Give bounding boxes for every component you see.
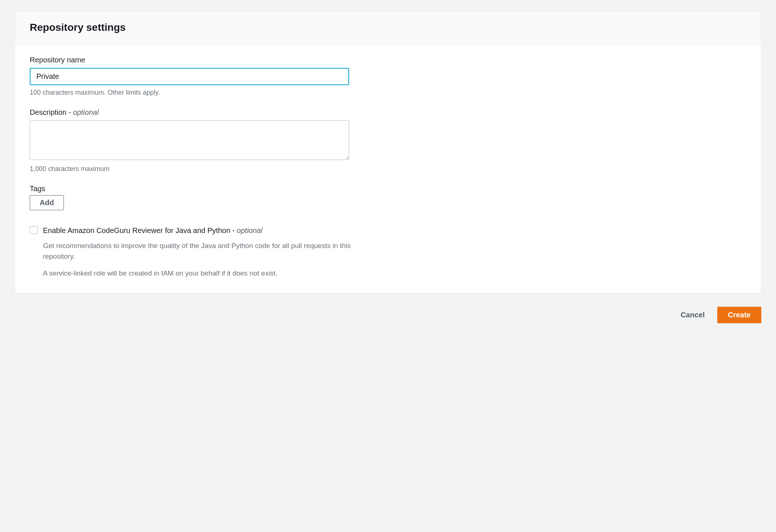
description-optional: optional: [73, 108, 99, 116]
description-input[interactable]: [30, 120, 349, 160]
codeguru-optional: optional: [237, 226, 262, 234]
repository-name-group: Repository name 100 characters maximum. …: [30, 56, 746, 96]
panel-title: Repository settings: [30, 22, 746, 33]
codeguru-desc-2: A service-linked role will be created in…: [43, 268, 360, 278]
codeguru-label: Enable Amazon CodeGuru Reviewer for Java…: [43, 225, 360, 236]
create-button[interactable]: Create: [717, 307, 761, 323]
panel-header: Repository settings: [15, 11, 761, 45]
repository-name-input[interactable]: [30, 68, 349, 85]
codeguru-content: Enable Amazon CodeGuru Reviewer for Java…: [43, 225, 360, 278]
codeguru-label-text: Enable Amazon CodeGuru Reviewer for Java…: [43, 226, 237, 234]
add-tag-button[interactable]: Add: [30, 195, 64, 210]
description-help: 1,000 characters maximum: [30, 165, 746, 173]
codeguru-row: Enable Amazon CodeGuru Reviewer for Java…: [30, 225, 360, 278]
panel-body: Repository name 100 characters maximum. …: [15, 45, 761, 293]
description-label-text: Description -: [30, 108, 73, 116]
description-group: Description - optional 1,000 characters …: [30, 108, 746, 173]
footer-actions: Cancel Create: [15, 307, 761, 323]
cancel-button[interactable]: Cancel: [678, 307, 707, 323]
description-label: Description - optional: [30, 108, 746, 117]
repository-name-help: 100 characters maximum. Other limits app…: [30, 89, 746, 96]
tags-label: Tags: [30, 185, 746, 193]
codeguru-desc-1: Get recommendations to improve the quali…: [43, 240, 360, 262]
codeguru-checkbox[interactable]: [30, 226, 38, 234]
repository-settings-panel: Repository settings Repository name 100 …: [15, 11, 761, 294]
repository-name-label: Repository name: [30, 56, 746, 64]
tags-group: Tags Add: [30, 185, 746, 210]
